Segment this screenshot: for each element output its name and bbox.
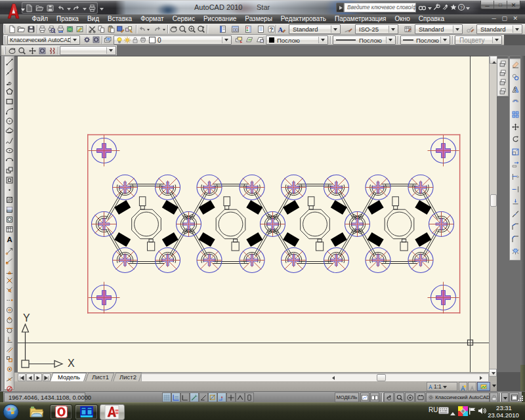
svg-text:Y: Y	[23, 312, 30, 324]
svg-text:?: ?	[270, 26, 273, 33]
svg-text:A: A	[7, 236, 12, 243]
svg-text:?: ?	[460, 5, 463, 10]
svg-text:X: X	[68, 358, 75, 369]
